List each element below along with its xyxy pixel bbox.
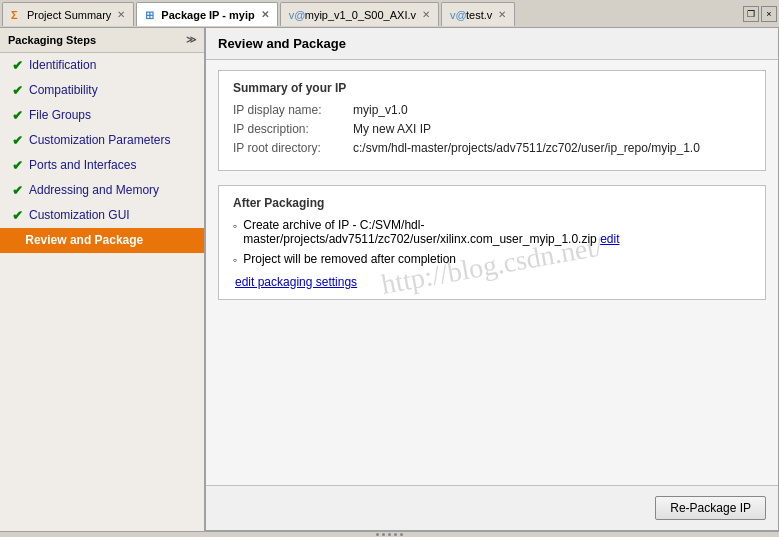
restore-button[interactable]: ❐ xyxy=(743,6,759,22)
sidebar-item-customization-params[interactable]: ✔ Customization Parameters xyxy=(0,128,204,153)
bullet-icon-1: ◦ xyxy=(233,219,237,233)
sidebar-item-file-groups[interactable]: ✔ File Groups xyxy=(0,103,204,128)
sidebar: Packaging Steps ≫ ✔ Identification ✔ Com… xyxy=(0,28,205,531)
check-icon-customization-gui: ✔ xyxy=(12,208,23,223)
info-row-display-name: IP display name: myip_v1.0 xyxy=(233,103,751,117)
after-packaging-item-archive: ◦ Create archive of IP - C:/SVM/hdl-mast… xyxy=(233,218,751,246)
info-row-description: IP description: My new AXI IP xyxy=(233,122,751,136)
drag-dot-5 xyxy=(400,533,403,536)
check-icon-customization-params: ✔ xyxy=(12,133,23,148)
sidebar-item-review-package-label: Review and Package xyxy=(25,233,143,247)
check-icon-addressing-memory: ✔ xyxy=(12,183,23,198)
after-packaging-item-remove: ◦ Project will be removed after completi… xyxy=(233,252,751,267)
sidebar-item-addressing-memory-label: Addressing and Memory xyxy=(29,183,159,197)
summary-title: Summary of your IP xyxy=(233,81,751,95)
after-packaging-section: After Packaging ◦ Create archive of IP -… xyxy=(218,185,766,300)
sidebar-item-customization-gui[interactable]: ✔ Customization GUI xyxy=(0,203,204,228)
archive-text: Create archive of IP - C:/SVM/hdl-master… xyxy=(243,218,751,246)
tab-bar: Σ Project Summary ✕ ⊞ Package IP - myip … xyxy=(0,0,779,28)
window-controls: ❐ × xyxy=(743,6,777,22)
content-panel: Review and Package http://blog.csdn.net/… xyxy=(205,28,779,531)
drag-dot-2 xyxy=(382,533,385,536)
tab-package-ip[interactable]: ⊞ Package IP - myip ✕ xyxy=(136,2,277,26)
tab-package-ip-label: Package IP - myip xyxy=(161,9,254,21)
info-value-root-dir: c:/svm/hdl-master/projects/adv7511/zc702… xyxy=(353,141,700,155)
info-row-root-dir: IP root directory: c:/svm/hdl-master/pro… xyxy=(233,141,751,155)
bottom-bar: Re-Package IP xyxy=(206,485,778,530)
drag-dot-3 xyxy=(388,533,391,536)
tab-myip-axi-close[interactable]: ✕ xyxy=(422,9,430,20)
check-icon-review-package xyxy=(12,233,19,248)
sidebar-item-review-package[interactable]: Review and Package xyxy=(0,228,204,253)
sidebar-item-compatibility-label: Compatibility xyxy=(29,83,98,97)
verilog-icon-1: v@ xyxy=(289,9,301,21)
sidebar-item-ports-interfaces-label: Ports and Interfaces xyxy=(29,158,136,172)
drag-dot-4 xyxy=(394,533,397,536)
info-label-display-name: IP display name: xyxy=(233,103,353,117)
tab-myip-axi[interactable]: v@ myip_v1_0_S00_AXI.v ✕ xyxy=(280,2,439,26)
sidebar-collapse-button[interactable]: ≫ xyxy=(186,34,196,45)
content-body: http://blog.csdn.net/ Summary of your IP… xyxy=(206,60,778,485)
main-container: Packaging Steps ≫ ✔ Identification ✔ Com… xyxy=(0,28,779,531)
drag-handle[interactable] xyxy=(0,531,779,537)
sidebar-item-ports-interfaces[interactable]: ✔ Ports and Interfaces xyxy=(0,153,204,178)
bullet-icon-2: ◦ xyxy=(233,253,237,267)
check-icon-ports-interfaces: ✔ xyxy=(12,158,23,173)
sigma-icon: Σ xyxy=(11,9,23,21)
check-icon-compatibility: ✔ xyxy=(12,83,23,98)
info-label-description: IP description: xyxy=(233,122,353,136)
sidebar-item-identification[interactable]: ✔ Identification xyxy=(0,53,204,78)
drag-dots xyxy=(376,533,403,536)
content-title: Review and Package xyxy=(206,28,778,60)
sidebar-item-customization-gui-label: Customization GUI xyxy=(29,208,130,222)
check-icon-file-groups: ✔ xyxy=(12,108,23,123)
sidebar-item-customization-params-label: Customization Parameters xyxy=(29,133,170,147)
verilog-icon-2: v@ xyxy=(450,9,462,21)
tab-test-v[interactable]: v@ test.v ✕ xyxy=(441,2,515,26)
tab-test-v-close[interactable]: ✕ xyxy=(498,9,506,20)
summary-section: Summary of your IP IP display name: myip… xyxy=(218,70,766,171)
tab-package-ip-close[interactable]: ✕ xyxy=(261,9,269,20)
tab-project-summary-close[interactable]: ✕ xyxy=(117,9,125,20)
sidebar-title: Packaging Steps xyxy=(8,34,96,46)
sidebar-item-compatibility[interactable]: ✔ Compatibility xyxy=(0,78,204,103)
drag-dot-1 xyxy=(376,533,379,536)
edit-packaging-settings-link[interactable]: edit packaging settings xyxy=(235,275,751,289)
sidebar-item-identification-label: Identification xyxy=(29,58,96,72)
repackage-ip-button[interactable]: Re-Package IP xyxy=(655,496,766,520)
package-icon: ⊞ xyxy=(145,9,157,21)
remove-text: Project will be removed after completion xyxy=(243,252,456,266)
info-value-description: My new AXI IP xyxy=(353,122,431,136)
tab-project-summary[interactable]: Σ Project Summary ✕ xyxy=(2,2,134,26)
info-label-root-dir: IP root directory: xyxy=(233,141,353,155)
sidebar-item-file-groups-label: File Groups xyxy=(29,108,91,122)
tab-project-summary-label: Project Summary xyxy=(27,9,111,21)
edit-archive-link[interactable]: edit xyxy=(600,232,619,246)
tab-myip-axi-label: myip_v1_0_S00_AXI.v xyxy=(305,9,416,21)
tab-test-v-label: test.v xyxy=(466,9,492,21)
after-packaging-title: After Packaging xyxy=(233,196,751,210)
close-window-button[interactable]: × xyxy=(761,6,777,22)
info-value-display-name: myip_v1.0 xyxy=(353,103,408,117)
check-icon-identification: ✔ xyxy=(12,58,23,73)
sidebar-item-addressing-memory[interactable]: ✔ Addressing and Memory xyxy=(0,178,204,203)
sidebar-header: Packaging Steps ≫ xyxy=(0,28,204,53)
